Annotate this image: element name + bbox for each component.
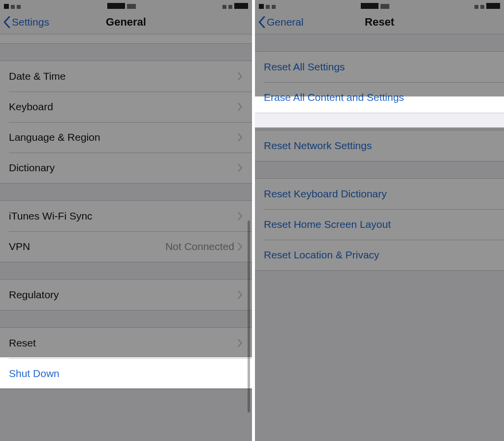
screen-reset: General Reset Reset All Settings Erase A… [252, 0, 504, 441]
row-reset-keyboard-dictionary[interactable]: Reset Keyboard Dictionary [255, 179, 504, 209]
nav-bar: General Reset [255, 10, 504, 34]
status-bar [255, 0, 504, 10]
scroll-indicator [248, 220, 250, 412]
row-label: Date & Time [9, 70, 66, 82]
row-label: Reset Network Settings [264, 140, 372, 152]
back-label: Settings [12, 16, 49, 28]
row-reset[interactable]: Reset [0, 328, 252, 358]
row-label: Reset [9, 337, 36, 349]
row-label: Erase All Content and Settings [264, 92, 404, 103]
row-regulatory[interactable]: Regulatory [0, 280, 252, 310]
chevron-right-icon [237, 290, 243, 299]
row-label: Reset Location & Privacy [264, 249, 379, 261]
row-erase-all-content[interactable]: Erase All Content and Settings [255, 82, 504, 113]
row-value: Not Connected [165, 241, 237, 252]
row-itunes-wifi-sync[interactable]: iTunes Wi-Fi Sync [0, 201, 252, 231]
back-label: General [267, 16, 304, 28]
back-button-general[interactable]: General [255, 16, 304, 28]
chevron-left-icon [3, 16, 11, 28]
row-dictionary[interactable]: Dictionary [0, 153, 252, 183]
row-restrictions[interactable]: Restrictions On [0, 34, 252, 43]
row-reset-location-privacy[interactable]: Reset Location & Privacy [255, 240, 504, 270]
row-keyboard[interactable]: Keyboard [0, 92, 252, 122]
row-reset-network[interactable]: Reset Network Settings [255, 130, 504, 161]
row-label: iTunes Wi-Fi Sync [9, 210, 93, 222]
status-bar [0, 0, 252, 10]
row-language-region[interactable]: Language & Region [0, 122, 252, 153]
back-button-settings[interactable]: Settings [0, 16, 49, 28]
row-label: Shut Down [9, 368, 60, 379]
chevron-right-icon [237, 163, 243, 172]
chevron-left-icon [258, 16, 266, 28]
row-label: Reset Keyboard Dictionary [264, 188, 387, 200]
row-shut-down[interactable]: Shut Down [0, 358, 252, 389]
general-content: Restrictions On Date & Time Keyboard Lan… [0, 34, 252, 441]
reset-content: Reset All Settings Erase All Content and… [255, 34, 504, 441]
chevron-right-icon [237, 72, 243, 81]
row-label: Regulatory [9, 289, 59, 301]
chevron-right-icon [237, 133, 243, 142]
row-date-time[interactable]: Date & Time [0, 61, 252, 92]
chevron-right-icon [237, 102, 243, 111]
row-label: Reset All Settings [264, 61, 345, 73]
row-reset-home-layout[interactable]: Reset Home Screen Layout [255, 209, 504, 240]
row-label: Reset Home Screen Layout [264, 219, 391, 230]
row-label: VPN [9, 241, 30, 252]
chevron-right-icon [237, 212, 243, 220]
row-label: Language & Region [9, 131, 100, 143]
chevron-right-icon [237, 339, 243, 347]
nav-bar: Settings General [0, 10, 252, 34]
chevron-right-icon [237, 242, 243, 251]
screen-general: Settings General Restrictions On Date & … [0, 0, 252, 441]
row-label: Dictionary [9, 162, 55, 174]
row-label: Keyboard [9, 101, 53, 113]
row-reset-all-settings[interactable]: Reset All Settings [255, 52, 504, 82]
row-vpn[interactable]: VPN Not Connected [0, 231, 252, 262]
